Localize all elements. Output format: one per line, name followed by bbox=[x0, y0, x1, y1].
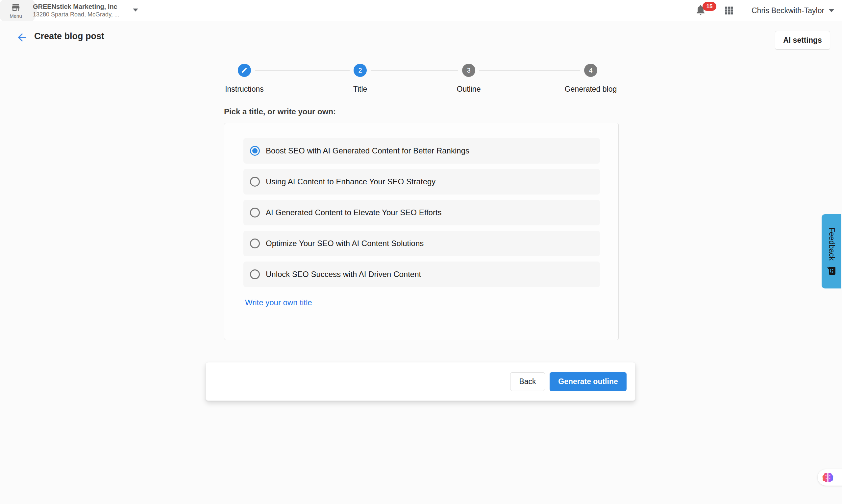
step-label: Outline bbox=[457, 85, 481, 94]
step-label: Instructions bbox=[225, 85, 264, 94]
notification-count-badge: 15 bbox=[703, 2, 716, 11]
step-label: Generated blog bbox=[565, 85, 617, 94]
company-chevron-down-icon[interactable] bbox=[133, 8, 138, 12]
title-option-label: Boost SEO with AI Generated Content for … bbox=[266, 146, 469, 156]
apps-grid-button[interactable] bbox=[724, 5, 734, 16]
step-circle: 2 bbox=[354, 64, 367, 77]
notifications-button[interactable]: 15 bbox=[695, 4, 708, 17]
title-option-row[interactable]: Boost SEO with AI Generated Content for … bbox=[243, 138, 600, 164]
step-number: 3 bbox=[467, 67, 470, 74]
wizard-step[interactable]: 4 Generated blog bbox=[542, 64, 640, 94]
brain-icon bbox=[822, 472, 834, 483]
feedback-label: Feedback bbox=[827, 227, 836, 260]
user-name: Chris Beckwith-Taylor bbox=[752, 6, 824, 15]
write-own-title-link[interactable]: Write your own title bbox=[245, 298, 312, 307]
title-options-list: Boost SEO with AI Generated Content for … bbox=[243, 138, 599, 287]
pencil-icon bbox=[241, 67, 248, 74]
back-button[interactable]: Back bbox=[510, 372, 545, 391]
feedback-tab[interactable]: Feedback bbox=[822, 214, 841, 288]
page-title: Create blog post bbox=[34, 31, 104, 41]
top-bar: Menu GREENstick Marketing, Inc 13280 Spa… bbox=[0, 0, 842, 21]
ai-settings-button[interactable]: AI settings bbox=[775, 31, 830, 50]
step-label: Title bbox=[353, 85, 367, 94]
back-arrow-icon[interactable] bbox=[16, 31, 28, 44]
radio-button[interactable] bbox=[250, 146, 260, 156]
user-chevron-down-icon bbox=[829, 9, 834, 12]
smiley-message-icon bbox=[827, 266, 836, 275]
title-option-row[interactable]: AI Generated Content to Elevate Your SEO… bbox=[243, 200, 600, 226]
title-option-row[interactable]: Unlock SEO Success with AI Driven Conten… bbox=[243, 262, 600, 287]
step-circle bbox=[238, 64, 251, 77]
step-number: 2 bbox=[358, 67, 362, 74]
title-option-label: Using AI Content to Enhance Your SEO Str… bbox=[266, 177, 435, 186]
wizard-step[interactable]: 3 Outline bbox=[419, 64, 518, 94]
step-circle: 4 bbox=[584, 64, 597, 77]
title-option-row[interactable]: Optimize Your SEO with AI Content Soluti… bbox=[243, 231, 600, 256]
menu-label: Menu bbox=[10, 13, 22, 19]
wizard-step[interactable]: 2 Title bbox=[311, 64, 410, 94]
generate-outline-button[interactable]: Generate outline bbox=[550, 372, 626, 391]
wizard-step[interactable]: Instructions bbox=[195, 64, 294, 94]
user-menu[interactable]: Chris Beckwith-Taylor bbox=[752, 0, 834, 21]
radio-button[interactable] bbox=[250, 269, 260, 279]
grid-icon bbox=[724, 5, 734, 16]
company-name: GREENstick Marketing, Inc bbox=[33, 3, 119, 11]
title-option-label: AI Generated Content to Elevate Your SEO… bbox=[266, 208, 442, 217]
wizard-action-bar: Back Generate outline bbox=[206, 362, 635, 401]
radio-dot bbox=[252, 148, 258, 154]
step-circle: 3 bbox=[462, 64, 475, 77]
pick-title-heading: Pick a title, or write your own: bbox=[224, 107, 336, 116]
radio-button[interactable] bbox=[250, 208, 260, 217]
step-number: 4 bbox=[589, 67, 592, 74]
radio-button[interactable] bbox=[250, 177, 260, 186]
radio-button[interactable] bbox=[250, 238, 260, 248]
menu-button[interactable]: Menu bbox=[0, 0, 32, 21]
page-header: Create blog post AI settings bbox=[0, 21, 842, 53]
title-option-label: Unlock SEO Success with AI Driven Conten… bbox=[266, 270, 421, 279]
title-option-label: Optimize Your SEO with AI Content Soluti… bbox=[266, 239, 424, 248]
company-selector[interactable]: GREENstick Marketing, Inc 13280 Sparta R… bbox=[33, 3, 119, 18]
title-option-row[interactable]: Using AI Content to Enhance Your SEO Str… bbox=[243, 169, 600, 195]
storefront-icon bbox=[11, 3, 21, 13]
app-window: Menu GREENstick Marketing, Inc 13280 Spa… bbox=[0, 0, 842, 504]
company-address: 13280 Sparta Road, McGrady, ... bbox=[33, 11, 119, 18]
title-options-card: Boost SEO with AI Generated Content for … bbox=[224, 123, 619, 340]
assistant-widget[interactable] bbox=[818, 469, 842, 486]
